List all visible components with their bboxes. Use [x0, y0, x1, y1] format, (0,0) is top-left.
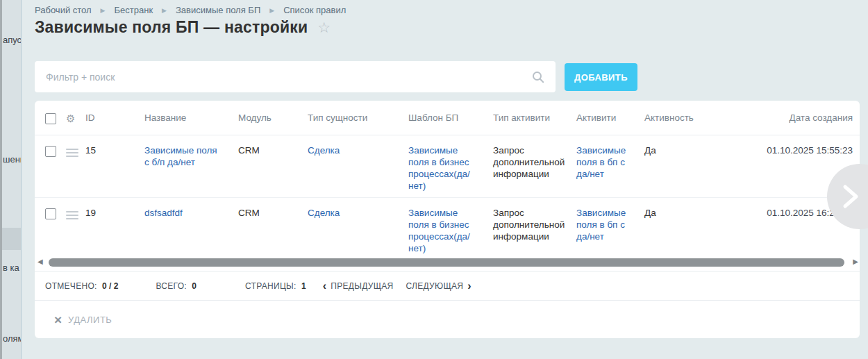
cell-id: 19: [85, 198, 144, 219]
breadcrumb-item-bestrank[interactable]: Бестранк: [115, 5, 153, 15]
column-header-activity-type[interactable]: Тип активити: [493, 112, 576, 123]
checked-label: ОТМЕЧЕНО:: [45, 281, 97, 291]
row-menu-icon[interactable]: [66, 211, 78, 219]
pages-value: 1: [301, 281, 306, 291]
row-checkbox[interactable]: [45, 208, 56, 219]
cell-created: 01.10.2025 15:55:23: [730, 135, 860, 156]
column-header-entity[interactable]: Тип сущности: [308, 112, 408, 123]
column-header-module[interactable]: Модуль: [238, 112, 308, 123]
column-header-template[interactable]: Шаблон БП: [408, 112, 493, 123]
cell-name-link[interactable]: Зависимые поля с б/п да/нет: [144, 135, 238, 168]
cell-activity-link[interactable]: Зависимые поля в бп с да/нет: [576, 135, 644, 180]
filter-search-input[interactable]: [35, 61, 532, 92]
previous-page-button[interactable]: ‹ ПРЕДЫДУЩАЯ: [323, 281, 394, 292]
sidebar-sliver: апуск шени в ка олям: [0, 0, 22, 359]
cell-module: CRM: [238, 135, 308, 156]
cell-active: Да: [644, 135, 730, 156]
sidebar-active-item[interactable]: [0, 228, 22, 250]
pages-label: СТРАНИЦЫ:: [245, 281, 297, 291]
breadcrumb-item-rules-list[interactable]: Список правил: [283, 5, 346, 15]
chevron-left-icon: ‹: [323, 281, 327, 292]
table-header-row: ⚙ ID Название Модуль Тип сущности Шаблон…: [35, 101, 860, 135]
scroll-left-arrow-icon[interactable]: ◀: [37, 258, 43, 265]
cell-active: Да: [644, 198, 730, 219]
table-row: 19 dsfsadfdf CRM Сделка Зависимые поля в…: [35, 198, 860, 256]
breadcrumb-separator-icon: ▶: [101, 7, 106, 14]
sidebar-item-fragment[interactable]: апуск: [3, 35, 22, 45]
column-header-activity[interactable]: Активити: [576, 112, 644, 123]
chevron-right-icon: [840, 183, 860, 210]
breadcrumb: Рабочий стол ▶ Бестранк ▶ Зависимые поля…: [35, 5, 346, 15]
cell-module: CRM: [238, 198, 308, 219]
scrollbar-thumb[interactable]: [49, 258, 844, 267]
total-value: 0: [192, 281, 197, 291]
grid-settings-gear-icon[interactable]: ⚙: [66, 113, 85, 124]
rules-table: ⚙ ID Название Модуль Тип сущности Шаблон…: [35, 101, 860, 338]
column-header-name[interactable]: Название: [144, 112, 238, 123]
row-checkbox[interactable]: [45, 146, 56, 157]
cell-activity-link[interactable]: Зависимые поля в бп с да/нет: [576, 198, 644, 242]
sidebar-item-fragment[interactable]: в ка: [3, 262, 19, 273]
search-icon[interactable]: [532, 71, 544, 83]
add-button[interactable]: ДОБАВИТЬ: [565, 63, 637, 91]
horizontal-scrollbar: ◀ ▶: [35, 256, 860, 271]
cell-id: 15: [85, 135, 144, 156]
table-row: 15 Зависимые поля с б/п да/нет CRM Сделк…: [35, 135, 860, 198]
sidebar-edge: [0, 0, 2, 359]
favorite-star-icon[interactable]: ☆: [317, 20, 331, 35]
cell-activity-type: Запрос дополнительной информации: [493, 135, 576, 180]
table-footer: ОТМЕЧЕНО: 0 / 2 ВСЕГО: 0 СТРАНИЦЫ: 1 ‹ П…: [35, 271, 860, 300]
column-header-created[interactable]: Дата создания: [730, 112, 860, 123]
total-label: ВСЕГО:: [156, 281, 187, 291]
cell-template-link[interactable]: Зависимые поля в бизнес процессах(да/нет…: [408, 198, 493, 254]
cell-entity-link[interactable]: Сделка: [308, 135, 408, 156]
filter-bar: [35, 61, 556, 92]
delete-button[interactable]: × УДАЛИТЬ: [54, 313, 112, 326]
row-menu-icon[interactable]: [66, 149, 78, 157]
sidebar-item-fragment[interactable]: шени: [3, 154, 22, 165]
scroll-right-arrow-icon[interactable]: ▶: [853, 258, 858, 265]
column-header-active[interactable]: Активность: [644, 112, 730, 123]
close-x-icon: ×: [54, 313, 62, 326]
breadcrumb-item-dependent-fields[interactable]: Зависимые поля БП: [176, 5, 260, 15]
breadcrumb-separator-icon: ▶: [269, 7, 274, 14]
select-all-checkbox[interactable]: [45, 113, 56, 124]
next-page-button[interactable]: СЛЕДУЮЩАЯ ›: [406, 281, 471, 292]
group-actions-row: × УДАЛИТЬ: [35, 300, 860, 338]
page-title: Зависимые поля БП — настройки: [35, 18, 308, 37]
breadcrumb-item-desktop[interactable]: Рабочий стол: [35, 5, 92, 15]
sidebar-item-fragment[interactable]: олям: [3, 333, 22, 344]
cell-activity-type: Запрос дополнительной информации: [493, 198, 576, 242]
checked-value: 0 / 2: [102, 281, 118, 291]
breadcrumb-separator-icon: ▶: [162, 7, 167, 14]
cell-template-link[interactable]: Зависимые поля в бизнес процессах(да/нет…: [408, 135, 493, 192]
chevron-right-icon: ›: [467, 281, 471, 292]
cell-entity-link[interactable]: Сделка: [308, 198, 408, 219]
cell-name-link[interactable]: dsfsadfdf: [144, 198, 238, 219]
column-header-id[interactable]: ID: [85, 112, 144, 123]
